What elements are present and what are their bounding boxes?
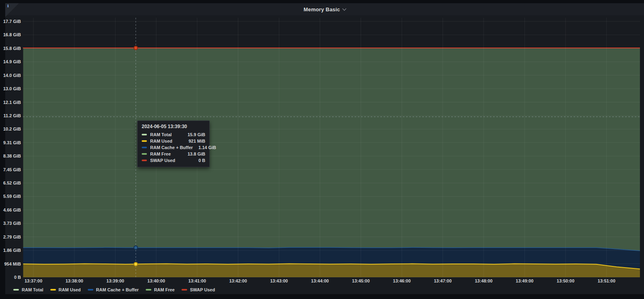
x-axis-tick-label: 13:49:00 [510,278,539,283]
legend-series-label: RAM Cache + Buffer [96,287,139,292]
legend-item-ram-free[interactable]: RAM Free [146,287,175,292]
tooltip-row: RAM Cache + Buffer1.14 GiB [142,144,205,151]
y-axis-tick-label: 14.0 GiB [1,73,21,78]
y-axis-tick-label: 8.38 GiB [1,154,21,158]
tooltip-row: RAM Total15.9 GiB [142,131,205,138]
legend: RAM TotalRAM UsedRAM Cache + BufferRAM F… [13,286,215,293]
legend-series-swatch [88,289,93,291]
legend-item-swap-used[interactable]: SWAP Used [182,287,215,292]
x-axis-tick-label: 13:41:00 [183,278,212,283]
tooltip-row: RAM Used921 MiB [142,138,205,144]
y-axis-tick-label: 6.52 GiB [1,181,21,185]
x-axis-tick-label: 13:46:00 [387,278,416,283]
chart-canvas[interactable] [0,0,644,299]
legend-item-ram-cache-buffer[interactable]: RAM Cache + Buffer [88,287,139,292]
legend-series-swatch [182,289,187,291]
x-axis-tick-label: 13:51:00 [592,278,621,283]
series-value: 921 MiB [188,139,205,143]
x-axis-tick-label: 13:47:00 [428,278,457,283]
tooltip-row: RAM Free13.8 GiB [142,151,205,157]
x-axis-tick-label: 13:40:00 [142,278,171,283]
y-axis-tick-label: 12.1 GiB [1,100,21,105]
series-label: SWAP Used [150,158,198,163]
series-value: 0 B [198,158,205,163]
legend-series-swatch [13,289,19,291]
y-axis-tick-label: 9.31 GiB [1,140,21,145]
ram-free-area [23,48,640,251]
legend-series-label: RAM Total [22,287,43,292]
hover-point-ram-used [134,262,138,266]
y-axis-tick-label: 13.0 GiB [1,86,21,91]
legend-series-label: RAM Free [154,287,175,292]
y-axis-tick-label: 2.79 GiB [1,235,21,239]
series-color-swatch [142,160,147,161]
y-axis-tick-label: 1.86 GiB [1,248,21,253]
series-label: RAM Total [150,132,188,137]
grafana-panel: Memory Basic i 17.7 GiB16.8 GiB15.8 GiB1… [0,0,644,299]
x-axis-tick-label: 13:42:00 [224,278,253,283]
y-axis-tick-label: 15.8 GiB [1,46,21,51]
series-color-swatch [142,134,147,135]
y-axis-tick-label: 10.2 GiB [1,127,21,131]
series-color-swatch [142,147,147,148]
series-label: RAM Free [150,152,188,156]
y-axis-tick-label: 3.73 GiB [1,221,21,226]
legend-series-swatch [50,289,56,291]
y-axis-tick-label: 16.8 GiB [1,32,21,37]
y-axis-tick-label: 11.2 GiB [1,113,21,118]
series-color-swatch [142,140,147,142]
series-value: 15.9 GiB [188,132,205,137]
x-axis-tick-label: 13:43:00 [264,278,293,283]
y-axis-tick-label: 5.59 GiB [1,194,21,199]
x-axis-tick-label: 13:45:00 [347,278,376,283]
legend-item-ram-used[interactable]: RAM Used [50,287,81,292]
y-axis-tick-label: 954 MiB [1,262,21,266]
x-axis-tick-label: 13:39:00 [101,278,130,283]
y-axis-tick-label: 14.9 GiB [1,59,21,64]
x-axis-tick-label: 13:44:00 [305,278,334,283]
hover-point-swap-used [134,46,138,50]
hover-point-ram-cache-buffer [134,246,138,249]
y-axis-tick-label: 0 B [1,275,21,280]
series-value: 1.14 GiB [198,145,216,150]
tooltip: 2024-06-05 13:39:30 RAM Total15.9 GiBRAM… [137,120,210,167]
series-color-swatch [142,153,147,155]
y-axis-tick-label: 4.66 GiB [1,208,21,212]
tooltip-row: SWAP Used0 B [142,157,205,164]
tooltip-timestamp: 2024-06-05 13:39:30 [142,124,205,129]
x-axis-tick-label: 13:50:00 [551,278,580,283]
y-axis-tick-label: 17.7 GiB [1,19,21,24]
legend-series-label: SWAP Used [190,287,215,292]
x-axis-tick-label: 13:37:00 [19,278,48,283]
legend-item-ram-total[interactable]: RAM Total [13,287,43,292]
x-axis-tick-label: 13:48:00 [469,278,498,283]
series-value: 13.8 GiB [188,152,205,156]
series-label: RAM Used [150,139,188,143]
x-axis-tick-label: 13:38:00 [60,278,89,283]
ram-used-area [23,264,640,277]
series-label: RAM Cache + Buffer [150,145,198,150]
legend-series-swatch [146,289,151,291]
legend-series-label: RAM Used [59,287,81,292]
y-axis-tick-label: 7.45 GiB [1,167,21,172]
